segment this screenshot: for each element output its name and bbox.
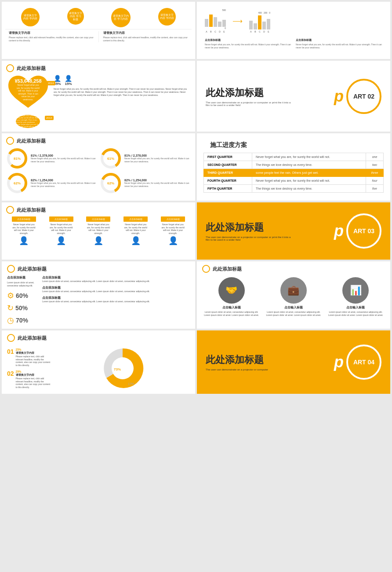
table-row-3-highlight: THIRD QUARTER some people feel the rain.…	[204, 169, 384, 177]
bubble-1: 请替换文字内容 学内容	[21, 8, 40, 26]
bubble-4: 请替换文字内容 学内容	[158, 8, 176, 26]
donut-item-2: 61% 81% / 2,378,000 Never forget what yo…	[100, 147, 191, 169]
photo-desc-1: Lorem ipsum dolor sit amet, consectetur …	[202, 311, 261, 317]
donut-desc-1: Never forget what you are, for surely th…	[31, 157, 97, 163]
chart2-title: 点击添加标题	[296, 38, 382, 42]
person-4: 点击添加标题 Never forget what you are, for su…	[123, 216, 148, 246]
pie-num-01: 01	[7, 348, 14, 355]
donut-circle-4: 62%	[100, 172, 122, 194]
subtitle-badge2: 201X	[45, 116, 54, 120]
progress-title: 施工进度方案	[203, 138, 384, 149]
stats-detail: Never forget what you are, for surely th…	[54, 88, 191, 97]
desc2: Never forget what you are, for surely th…	[16, 114, 40, 132]
svg-text:62%: 62%	[14, 181, 21, 185]
person-5: 点击添加标题 Never forget what you are, for su…	[161, 216, 185, 246]
art02-desc: The user can demonstrate on a projector …	[206, 101, 294, 106]
pie-chart-svg: 73% 17%	[101, 346, 145, 390]
chart2-desc: Never forget what you are, for surely th…	[296, 43, 382, 49]
stat-item-2: 点击添加标题 Lorem ipsum dolor sit amet, conse…	[42, 286, 190, 293]
stat-item-title-1: 点击添加标题	[42, 275, 190, 280]
art02-title: 此处添加标题	[206, 86, 334, 99]
art04-circle: ART 04	[346, 345, 381, 380]
person-icon-3: 👤	[94, 236, 103, 246]
pie-pct-02: 29%	[16, 370, 51, 373]
person-icon-5: 👤	[168, 236, 178, 246]
svg-text:81%: 81%	[14, 157, 21, 161]
slide-stats: 此处添加标题 点击添加标题 Lorem ipsum dolor sit amet…	[2, 261, 195, 329]
title-dot-stats	[7, 265, 15, 273]
chart1-desc: Never forget what you are, for surely th…	[205, 43, 291, 49]
table-row-2: SECOND QUARTER The things we love destro…	[204, 161, 384, 169]
person-btn-4[interactable]: 点击添加标题	[123, 216, 148, 222]
stats-left-desc: Lorem ipsum dolor sit amet, consectetur …	[7, 281, 38, 287]
donut-desc-2: Never forget what you are, for surely th…	[124, 157, 191, 163]
slide-donuts: 此处添加标题 81% 81% / 2,378,000 Never forget …	[2, 133, 195, 201]
person-icon-female: 👤	[65, 75, 72, 82]
table-row-5: FIFTH QUARTER The things we love destroy…	[204, 185, 384, 193]
desc1: Never forget what you are, for surely th…	[15, 84, 41, 101]
bubble-2: 请替换文字内容 学习标题	[67, 8, 84, 25]
donut-item-4: 62% 82% / 1,254,000 Never forget what yo…	[100, 172, 191, 194]
donuts-title: 此处添加标题	[17, 138, 46, 144]
quarter-desc-2: The things we love destroy us every time…	[252, 161, 366, 169]
pct-60: 60%	[16, 292, 28, 299]
slide-bubbles: 请替换文字内容 学内容 请替换文字内容 学习标题 请替换文字内容 学习内容 请替…	[2, 2, 195, 59]
svg-text:17%: 17%	[128, 382, 134, 385]
table-row-4: FOURTH QUARTER Never forget what you are…	[204, 177, 384, 185]
donut-label-2: 81% / 2,378,000	[124, 154, 191, 157]
person-desc-1: Never forget what you are, for surely th…	[12, 223, 36, 235]
donut-circle-2: 61%	[100, 147, 122, 169]
refresh-icon: ↻	[7, 303, 14, 313]
slide-photos: 此处添加标题 🤝 点击输入标题 Lorem ipsum dolor sit am…	[197, 261, 390, 329]
clock-icon: ◷	[7, 315, 14, 325]
stat-item-3: 点击添加标题 Lorem ipsum dolor sit amet, conse…	[42, 296, 190, 303]
art02-circle: ART 02	[346, 79, 381, 114]
people-title: 此处添加标题	[17, 207, 46, 213]
person-btn-3[interactable]: 点击添加标题	[86, 216, 110, 222]
photos-title: 此处添加标题	[213, 266, 242, 272]
pie-num-02: 02	[7, 370, 14, 377]
donut-label-3: 82% / 1,254,000	[31, 179, 97, 182]
person-btn-1[interactable]: 点击添加标题	[12, 216, 36, 222]
quarter-desc-3: some people feel the rain. Others just g…	[252, 169, 366, 177]
pie-item-02: 02 29% 请替换文字内容 Please replace text, clic…	[7, 370, 51, 389]
amount1: ¥53,648,258	[15, 78, 41, 84]
stat-item-1: 点击添加标题 Lorem ipsum dolor sit amet, conse…	[42, 275, 190, 283]
person-btn-2[interactable]: 点击添加标题	[49, 216, 73, 222]
person-btn-5[interactable]: 点击添加标题	[161, 216, 185, 222]
stat-item-desc-3: Lorem ipsum dolor sit amet, consectetur …	[42, 300, 190, 303]
stat-item-title-2: 点击添加标题	[42, 286, 190, 290]
progress-table: FIRST QUARTER Never forget what you are,…	[203, 153, 384, 193]
photo-circle-2: 💼	[280, 277, 307, 304]
art03-desc: The user can demonstrate on a projector …	[206, 236, 294, 241]
slide-bar-charts: 500 0 A B C D	[197, 2, 390, 59]
pct-female: 15%	[65, 82, 72, 86]
photo-item-1: 🤝 点击输入标题 Lorem ipsum dolor sit amet, con…	[202, 277, 261, 317]
slide1-desc2-detail: Please replace text, click add relevant …	[103, 36, 189, 42]
person-icon-1: 👤	[19, 236, 29, 246]
art02-arttext: ART 02	[353, 93, 374, 100]
donut-item-3: 62% 82% / 1,254,000 Never forget what yo…	[6, 172, 97, 194]
photo-item-3: 📊 点击输入标题 Lorem ipsum dolor sit amet, con…	[327, 277, 385, 317]
slide-heart: 此处添加标题 ¥53,648,258 Never forget what you…	[2, 61, 195, 132]
svg-text:62%: 62%	[107, 181, 114, 185]
art02-p: p	[334, 87, 344, 106]
pct-70: 70%	[16, 317, 28, 324]
slide-art02: 此处添加标题 The user can demonstrate on a pro…	[197, 61, 390, 132]
art03-p: p	[334, 222, 344, 240]
art04-desc: The user can demonstrate on a projector …	[206, 368, 294, 371]
amount2: ¥42,648,289	[19, 111, 36, 114]
photo-circle-3: 📊	[342, 277, 369, 304]
pct-50: 50%	[15, 304, 28, 312]
stats-title: 此处添加标题	[18, 266, 47, 272]
pie-pct-01: 25%	[16, 348, 51, 351]
pie-desc-01: Please replace text, click add relevant …	[16, 355, 51, 367]
person-3: 点击添加标题 Never forget what you are, for su…	[86, 216, 110, 246]
pie-label-02: 请替换文字内容	[16, 373, 51, 377]
photo-desc-3: Lorem ipsum dolor sit amet, consectetur …	[327, 311, 385, 317]
person-2: 点击添加标题 Never forget what you are, for su…	[49, 216, 73, 246]
art03-circle: ART 03	[346, 213, 381, 249]
donut-circle-3: 62%	[6, 172, 28, 194]
title-dot-photos	[202, 265, 210, 273]
quarter-name-3: THIRD QUARTER	[204, 169, 252, 177]
